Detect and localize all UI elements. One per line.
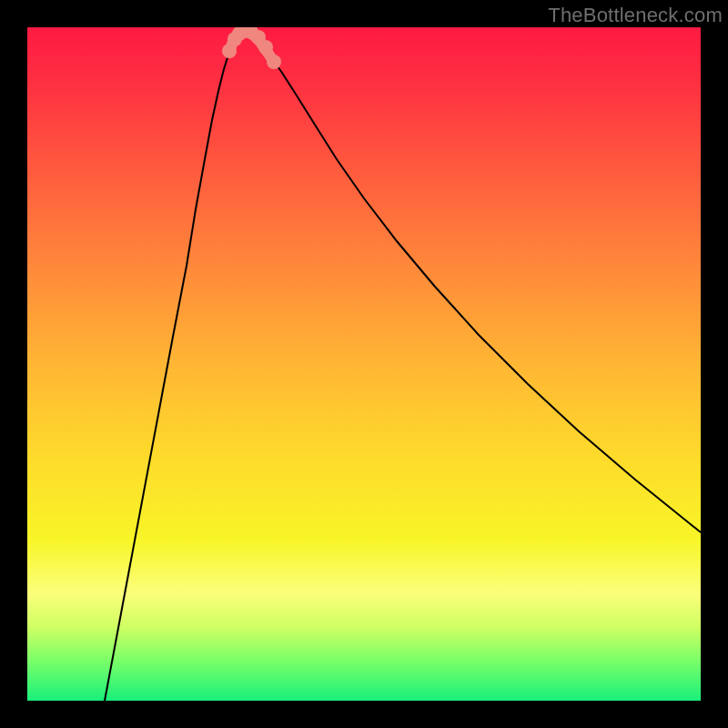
watermark-text: TheBottleneck.com <box>548 4 723 27</box>
chart-container: TheBottleneck.com <box>0 0 728 728</box>
plot-area <box>27 27 701 701</box>
bottleneck-curve <box>105 32 701 701</box>
highlight-dot <box>258 40 273 55</box>
highlight-dot <box>267 55 281 69</box>
curve-svg <box>27 27 701 701</box>
